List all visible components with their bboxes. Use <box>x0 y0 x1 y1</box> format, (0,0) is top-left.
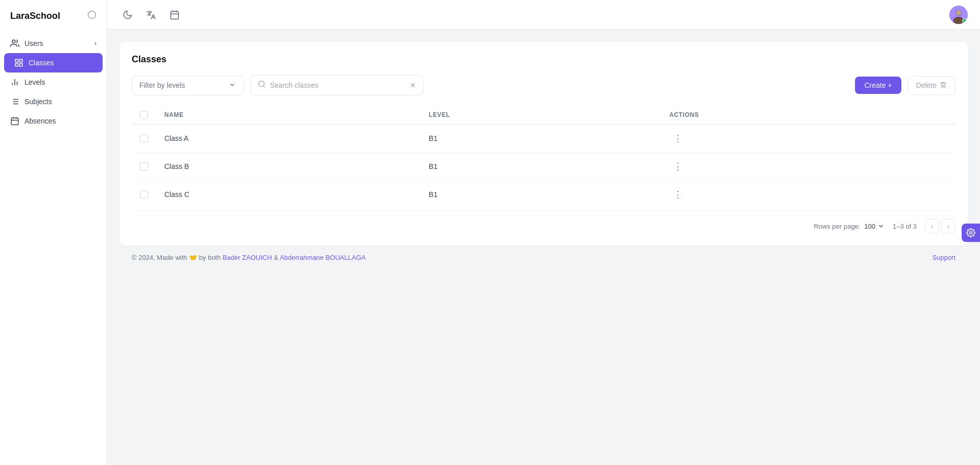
pagination-range: 1–3 of 3 <box>893 223 917 230</box>
classes-table: NAME LEVEL ACTIONS Class A B1 ⋮ Cla <box>132 106 955 208</box>
chevron-down-icon <box>228 81 236 90</box>
search-input[interactable] <box>270 81 406 89</box>
next-page-button[interactable]: › <box>941 219 955 233</box>
svg-rect-19 <box>171 11 179 19</box>
classes-icon <box>14 58 23 67</box>
footer-prefix: © 2024, Made with 🤝 by both <box>132 254 223 261</box>
avatar[interactable] <box>949 6 968 24</box>
svg-rect-3 <box>20 59 22 62</box>
row-level: B1 <box>421 153 661 181</box>
table-row: Class C B1 ⋮ <box>132 181 955 209</box>
author1-link[interactable]: Bader ZAOUICH <box>223 254 272 261</box>
sidebar-item-label: Absences <box>24 117 56 125</box>
svg-point-1 <box>12 40 15 43</box>
footer-ampersand: & <box>274 254 280 261</box>
row-checkbox[interactable] <box>140 190 148 199</box>
row-name: Class C <box>156 181 421 209</box>
create-button[interactable]: Create + <box>855 77 901 94</box>
content-area: Classes Filter by levels <box>107 30 980 465</box>
col-name: NAME <box>156 106 421 125</box>
levels-icon <box>10 78 19 87</box>
main-area: Classes Filter by levels <box>107 0 980 465</box>
rows-per-page-label: Rows per page: <box>814 223 860 230</box>
support-link[interactable]: Support <box>932 254 955 261</box>
clear-search-icon[interactable]: ✕ <box>410 81 416 89</box>
svg-rect-5 <box>15 64 18 66</box>
pagination-nav: ‹ › <box>925 219 955 233</box>
search-icon <box>258 80 266 90</box>
sidebar-item-absences[interactable]: Absences <box>0 111 107 131</box>
app-name: LaraSchool <box>10 11 60 21</box>
row-checkbox[interactable] <box>140 134 148 142</box>
rows-per-page-value: 100 <box>864 223 875 230</box>
svg-rect-2 <box>15 59 18 62</box>
online-indicator <box>962 18 967 23</box>
row-actions-button[interactable]: ⋮ <box>669 188 687 201</box>
footer-text: © 2024, Made with 🤝 by both Bader ZAOUIC… <box>132 254 365 261</box>
trash-icon <box>940 81 947 90</box>
col-level: LEVEL <box>421 106 661 125</box>
filter-levels-select[interactable]: Filter by levels <box>132 76 244 95</box>
topbar <box>107 0 980 30</box>
circle-icon[interactable] <box>87 10 96 21</box>
rows-per-page-select[interactable]: 100 <box>864 223 885 230</box>
svg-rect-4 <box>20 64 22 66</box>
create-label: Create + <box>864 81 892 89</box>
sidebar-item-classes[interactable]: Classes <box>4 53 103 72</box>
svg-point-28 <box>259 81 264 87</box>
delete-button[interactable]: Delete <box>908 76 955 95</box>
row-level: B1 <box>421 181 661 209</box>
subjects-icon <box>10 97 19 106</box>
svg-point-0 <box>88 11 96 19</box>
pagination: Rows per page: 100 1–3 of 3 ‹ › <box>132 210 955 233</box>
sidebar-logo: LaraSchool <box>0 0 107 30</box>
moon-icon[interactable] <box>119 7 136 23</box>
row-checkbox[interactable] <box>140 162 148 170</box>
topbar-right <box>949 6 968 24</box>
select-all-checkbox[interactable] <box>140 111 148 119</box>
sidebar-item-subjects[interactable]: Subjects <box>0 92 107 111</box>
settings-fab[interactable] <box>962 224 980 242</box>
page-title: Classes <box>132 54 955 65</box>
sidebar-item-label: Subjects <box>24 97 52 106</box>
author2-link[interactable]: Abderrahmane BOUALLAGA <box>280 254 365 261</box>
topbar-left <box>119 7 183 23</box>
svg-line-29 <box>263 86 265 87</box>
row-actions: ⋮ <box>661 153 955 181</box>
prev-page-button[interactable]: ‹ <box>925 219 939 233</box>
sidebar-item-levels[interactable]: Levels <box>0 72 107 92</box>
delete-label: Delete <box>916 81 937 89</box>
users-icon <box>10 39 19 48</box>
svg-point-26 <box>956 10 961 15</box>
sidebar-item-label: Classes <box>29 59 54 67</box>
row-level: B1 <box>421 125 661 153</box>
footer: © 2024, Made with 🤝 by both Bader ZAOUIC… <box>119 246 968 270</box>
search-box: ✕ <box>250 75 424 95</box>
chevron-right-icon: › <box>94 40 96 47</box>
table-row: Class A B1 ⋮ <box>132 125 955 153</box>
row-actions-button[interactable]: ⋮ <box>669 132 687 145</box>
row-actions-button[interactable]: ⋮ <box>669 160 687 173</box>
svg-point-30 <box>970 231 972 234</box>
sidebar-item-label: Users <box>24 39 43 47</box>
row-actions: ⋮ <box>661 125 955 153</box>
row-actions: ⋮ <box>661 181 955 209</box>
table-row: Class B B1 ⋮ <box>132 153 955 181</box>
toolbar: Filter by levels ✕ <box>132 75 955 95</box>
absences-icon <box>10 116 19 126</box>
col-actions: ACTIONS <box>661 106 955 125</box>
sidebar-item-users[interactable]: Users › <box>0 34 107 53</box>
row-name: Class A <box>156 125 421 153</box>
sidebar-item-label: Levels <box>24 78 45 86</box>
filter-placeholder: Filter by levels <box>139 81 185 89</box>
translate-icon[interactable] <box>143 7 159 23</box>
rows-per-page: Rows per page: 100 <box>814 223 885 230</box>
classes-card: Classes Filter by levels <box>119 42 968 246</box>
svg-rect-15 <box>11 118 18 125</box>
calendar-icon[interactable] <box>166 7 183 23</box>
sidebar-nav: Users › Classes Lev <box>0 30 107 135</box>
sidebar: LaraSchool Users › <box>0 0 107 465</box>
row-name: Class B <box>156 153 421 181</box>
